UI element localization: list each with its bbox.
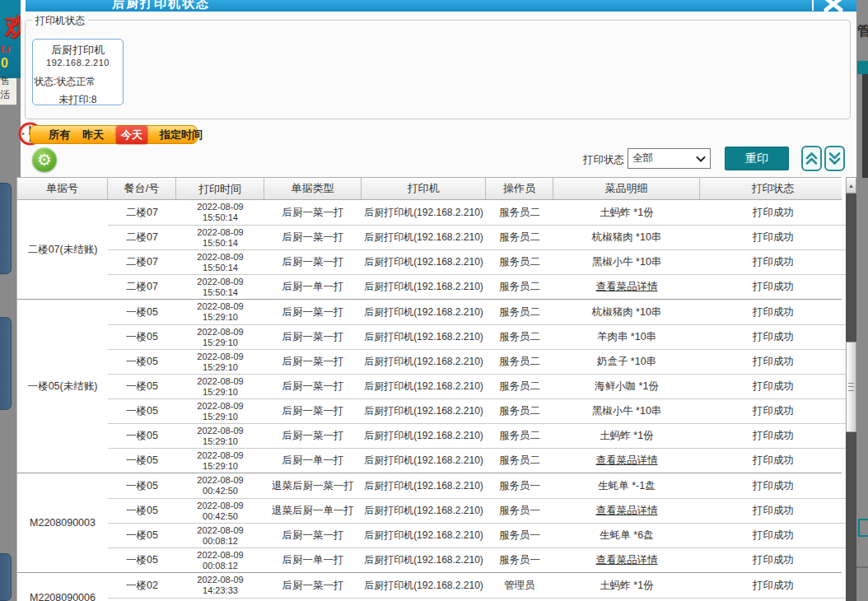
print-status-cell: 打印成功 <box>700 499 847 523</box>
order-no-cell: 一楼05(未结账) <box>17 300 108 473</box>
dish-detail-cell: 黑椒小牛 *10串 <box>553 399 700 423</box>
close-icon[interactable] <box>822 0 845 12</box>
print-status-cell: 打印成功 <box>700 275 847 299</box>
gear-icon[interactable]: ⚙ <box>32 147 57 172</box>
doc-type-cell: 后厨一菜一打 <box>264 399 362 423</box>
table-row: 一楼052022-08-0915:29:10后厨一菜一打后厨打印机(192.16… <box>108 398 847 423</box>
print-status-cell: 打印成功 <box>700 573 847 598</box>
print-status-cell: 打印成功 <box>700 548 847 572</box>
view-dish-detail-link[interactable]: 查看菜品详情 <box>596 504 658 518</box>
table-no-cell: 一楼05 <box>108 548 176 572</box>
print-time-cell: 2022-08-0915:50:14 <box>176 275 264 299</box>
doc-type-cell: 后厨一菜一打 <box>264 226 362 249</box>
header-cell: 操作员 <box>486 178 553 199</box>
dish-detail-text: 海鲜小咖 *1份 <box>595 380 659 394</box>
print-time-cell: 2022-08-0915:29:10 <box>176 350 264 374</box>
dish-detail-cell: 黑椒小牛 *10串 <box>553 250 700 274</box>
header-cell: 单据号 <box>17 178 108 199</box>
double-chevron-up-icon <box>805 151 819 166</box>
filter-button-3[interactable]: 今天 <box>116 126 147 144</box>
table-row: 一楼022022-08-0914:23:33后厨一菜一打后厨打印机(192.16… <box>108 573 847 598</box>
background-right-bar <box>857 61 868 74</box>
printer-cell: 后厨打印机(192.168.2.210) <box>362 499 486 523</box>
order-no-cell: M2208090006 <box>17 573 108 601</box>
table-scrollbar[interactable]: ▲ <box>846 177 856 601</box>
table-no-cell: 一楼05 <box>108 524 176 547</box>
printer-card[interactable]: 后厨打印机 192.168.2.210 状态:状态正常 未打印:8 <box>32 39 124 105</box>
print-status-select[interactable]: 全部 <box>628 148 711 169</box>
table-row: 一楼052022-08-0915:29:10后厨一单一打后厨打印机(192.16… <box>108 448 847 473</box>
dish-detail-cell: 查看菜品详情 <box>553 548 700 572</box>
dish-detail-text: 羊肉串 *10串 <box>597 330 656 344</box>
printer-cell: 后厨打印机(192.168.2.210) <box>362 325 486 349</box>
background-side-button <box>0 317 12 410</box>
print-status-cell: 打印成功 <box>700 250 847 274</box>
view-dish-detail-link[interactable]: 查看菜品详情 <box>596 454 658 468</box>
time-filter-bar: 所有昨天今天指定时间 <box>30 125 198 144</box>
print-time-cell: 2022-08-0914:23:33 <box>176 573 264 598</box>
order-no-cell: 二楼07(未结账) <box>17 200 108 299</box>
print-status-cell: 打印成功 <box>700 424 847 448</box>
dialog-titlebar: 后厨打印机状态 <box>26 0 856 12</box>
table-row: 一楼052022-08-0915:29:10后厨一菜一打后厨打印机(192.16… <box>108 300 847 324</box>
table-row: 二楼072022-08-0915:50:14后厨一菜一打后厨打印机(192.16… <box>108 200 847 225</box>
reprint-button[interactable]: 重印 <box>725 147 789 170</box>
table-row: 一楼052022-08-0900:42:50退菜后厨一单一打后厨打印机(192.… <box>108 498 847 523</box>
view-dish-detail-link[interactable]: 查看菜品详情 <box>596 280 658 294</box>
operator-cell: 服务员二 <box>486 350 553 374</box>
filter-button-1[interactable]: 所有 <box>49 128 70 142</box>
table-row: 二楼072022-08-0915:50:14后厨一单一打后厨打印机(192.16… <box>108 274 847 299</box>
printer-status-text: 状态:状态正常 <box>33 75 123 89</box>
print-status-value: 全部 <box>632 151 653 165</box>
filter-button-2[interactable]: 昨天 <box>82 128 104 142</box>
filter-button-4[interactable]: 指定时间 <box>160 128 203 142</box>
table-row: 一楼052022-08-0900:08:12后厨一单一打后厨打印机(192.16… <box>108 547 847 572</box>
printer-name: 后厨打印机 <box>33 43 123 58</box>
print-time-cell: 2022-08-0900:42:50 <box>176 499 264 523</box>
doc-type-cell: 后厨一菜一打 <box>264 200 362 225</box>
view-dish-detail-link[interactable]: 查看菜品详情 <box>596 553 658 567</box>
order-group: 二楼07(未结账)二楼072022-08-0915:50:14后厨一菜一打后厨打… <box>17 200 842 300</box>
table-row: 一楼052022-08-0915:29:10后厨一菜一打后厨打印机(192.16… <box>108 374 847 398</box>
scrollbar-up-arrow-icon[interactable]: ▲ <box>846 177 856 193</box>
print-status-cell: 打印成功 <box>700 473 847 498</box>
operator-cell: 服务员二 <box>486 275 553 299</box>
table-row: 一楼052022-08-0900:08:12后厨一菜一打后厨打印机(192.16… <box>108 523 847 547</box>
doc-type-cell: 后厨一菜一打 <box>264 375 362 398</box>
print-status-cell: 打印成功 <box>700 300 847 324</box>
scroll-bottom-button[interactable] <box>824 146 845 171</box>
dish-detail-text: 奶盒子 *10串 <box>597 355 656 369</box>
order-group: M2208090003一楼052022-08-0900:42:50退菜后厨一菜一… <box>17 473 842 573</box>
scroll-top-button[interactable] <box>801 146 822 171</box>
operator-cell: 服务员二 <box>486 325 553 349</box>
operator-cell: 服务员二 <box>486 250 553 274</box>
print-status-cell: 打印成功 <box>700 226 847 249</box>
print-status-cell: 打印成功 <box>700 449 847 473</box>
header-cell: 餐台/号 <box>108 178 176 199</box>
dish-detail-cell: 查看菜品详情 <box>553 449 700 473</box>
printer-cell: 后厨打印机(192.168.2.210) <box>362 548 486 572</box>
printer-cell: 后厨打印机(192.168.2.210) <box>362 399 486 423</box>
operator-cell: 服务员一 <box>486 548 553 572</box>
scrollbar-thumb[interactable] <box>846 342 856 432</box>
table-no-cell: 二楼07 <box>108 275 176 299</box>
table-no-cell: 一楼02 <box>108 573 176 598</box>
dish-detail-cell: 查看菜品详情 <box>553 499 700 523</box>
print-status-cell: 打印成功 <box>700 399 847 423</box>
print-status-cell: 打印成功 <box>700 375 847 398</box>
printer-cell: 后厨打印机(192.168.2.210) <box>362 200 486 225</box>
dish-detail-cell: 土蚂蚱 *1份 <box>553 573 700 598</box>
dish-detail-text: 土蚂蚱 *1份 <box>600 206 653 220</box>
table-no-cell: 一楼05 <box>108 325 176 349</box>
printer-cell: 后厨打印机(192.168.2.210) <box>362 473 486 498</box>
printer-cell: 后厨打印机(192.168.2.210) <box>362 375 486 398</box>
header-cell: 菜品明细 <box>553 178 700 199</box>
operator-cell: 服务员二 <box>486 449 553 473</box>
background-left-tab: 售活 <box>0 78 16 105</box>
print-time-cell: 2022-08-0915:50:14 <box>176 250 264 274</box>
kitchen-printer-status-dialog: 后厨打印机状态 打印机状态 后厨打印机 192.168.2.210 状态:状态正… <box>21 0 856 601</box>
doc-type-cell: 后厨一单一打 <box>264 275 362 299</box>
doc-type-cell: 后厨一单一打 <box>264 449 362 473</box>
background-right-text: 管 <box>857 21 868 53</box>
printer-cell: 后厨打印机(192.168.2.210) <box>362 424 486 448</box>
